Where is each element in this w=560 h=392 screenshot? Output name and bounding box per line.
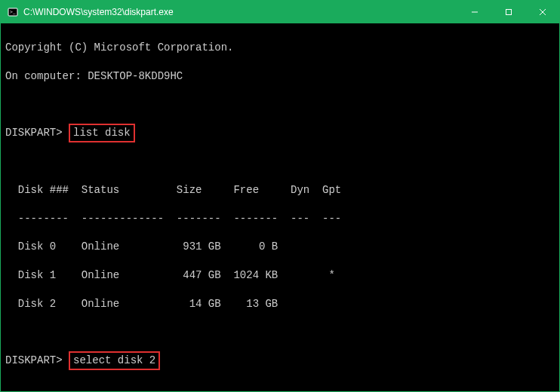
titlebar-controls: [457, 1, 559, 23]
copyright-line: Copyright (C) Microsoft Corporation.: [5, 41, 555, 55]
cmd-list-disk: list disk: [69, 124, 135, 142]
disk-table-header: Disk ### Status Size Free Dyn Gpt: [5, 183, 555, 198]
cmd-select-disk: select disk 2: [69, 351, 160, 370]
table-row: Disk 0 Online 931 GB 0 B: [5, 240, 555, 254]
prompt: DISKPART>: [5, 127, 63, 139]
blank-line: [5, 326, 555, 340]
terminal-output[interactable]: Copyright (C) Microsoft Corporation. On …: [1, 23, 559, 391]
titlebar[interactable]: >_ C:\WINDOWS\system32\diskpart.exe: [1, 1, 559, 23]
close-button[interactable]: [525, 1, 559, 23]
diskpart-window: >_ C:\WINDOWS\system32\diskpart.exe Copy…: [0, 0, 560, 392]
disk-table-underline: -------- ------------- ------- ------- -…: [5, 212, 555, 226]
blank-line: [5, 155, 555, 169]
blank-line: [5, 382, 555, 391]
blank-line: [5, 97, 555, 112]
prompt-line: DISKPART> select disk 2: [5, 354, 555, 368]
svg-rect-3: [506, 10, 511, 15]
maximize-button[interactable]: [491, 1, 525, 23]
computer-line: On computer: DESKTOP-8KDD9HC: [5, 69, 555, 84]
app-icon: >_: [7, 6, 19, 18]
svg-text:>_: >_: [10, 9, 16, 15]
minimize-button[interactable]: [457, 1, 491, 23]
table-row: Disk 1 Online 447 GB 1024 KB *: [5, 268, 555, 283]
table-row: Disk 2 Online 14 GB 13 GB: [5, 297, 555, 311]
window-title: C:\WINDOWS\system32\diskpart.exe: [23, 7, 457, 17]
prompt-line: DISKPART> list disk: [5, 126, 555, 140]
prompt: DISKPART>: [5, 354, 63, 366]
